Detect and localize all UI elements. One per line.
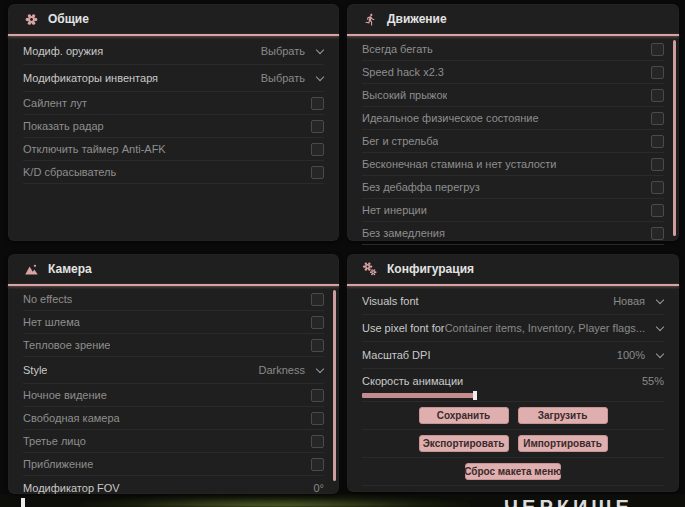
save-button[interactable]: Сохранить	[419, 407, 509, 424]
row-no-helmet: Нет шлема	[23, 311, 324, 334]
row-speed-hack: Speed hack x2.3	[362, 61, 664, 84]
dpi-scale-dropdown[interactable]: 100%	[617, 349, 664, 361]
export-button[interactable]: Экспортировать	[419, 435, 509, 452]
row-kd-resetter: K/D сбрасыватель	[23, 161, 324, 184]
row-label: Тепловое зрение	[23, 339, 110, 351]
mountains-icon	[23, 261, 39, 277]
chevron-down-icon	[316, 366, 324, 374]
animation-speed-value: 55%	[642, 375, 664, 387]
row-animation-speed: Скорость анимации 55%	[362, 369, 664, 402]
gears-icon	[362, 261, 378, 277]
flower-gear-icon	[23, 11, 39, 27]
row-thermal-vision: Тепловое зрение	[23, 334, 324, 357]
runner-icon	[362, 11, 378, 27]
row-label: Без дебаффа перегруз	[362, 181, 480, 193]
row-label: Visuals font	[362, 295, 419, 307]
style-dropdown[interactable]: Darkness	[259, 364, 324, 376]
use-pixel-font-for-dropdown[interactable]: Container items, Inventory, Player flags…	[445, 322, 664, 334]
row-high-jump: Высокий прыжок	[362, 84, 664, 107]
row-label: Нет шлема	[23, 316, 80, 328]
no-effects-checkbox[interactable]	[311, 293, 324, 306]
panel-title: Общие	[48, 12, 89, 26]
animation-speed-slider-thumb[interactable]	[473, 391, 477, 400]
silent-loot-checkbox[interactable]	[311, 97, 324, 110]
row-label: Модификатор FOV	[23, 482, 120, 494]
row-label: Нет инерции	[362, 204, 427, 216]
movement-scrollbar[interactable]	[673, 40, 676, 236]
game-overlay-screen: ЧЕРКИШЕ Общие Модиф. оружия Выбрать Моди…	[0, 0, 685, 507]
button-row: Экспортировать Импортировать	[362, 430, 664, 458]
speed-hack-checkbox[interactable]	[651, 66, 664, 79]
disable-anti-afk-timer-checkbox[interactable]	[311, 143, 324, 156]
row-inventory-mods: Модификаторы инвентаря Выбрать	[23, 65, 324, 92]
third-person-checkbox[interactable]	[311, 435, 324, 448]
import-button[interactable]: Импортировать	[518, 435, 608, 452]
row-style: Style Darkness	[23, 357, 324, 384]
row-label: Третье лицо	[23, 435, 86, 447]
row-label: Показать радар	[23, 120, 104, 132]
row-run-and-shoot: Бег и стрельба	[362, 130, 664, 153]
animation-speed-slider-fill	[362, 393, 475, 398]
row-perfect-physical-condition: Идеальное физическое состояние	[362, 107, 664, 130]
chevron-down-icon	[656, 351, 664, 359]
row-label: Ночное видение	[23, 389, 107, 401]
row-silent-loot: Сайлент лут	[23, 92, 324, 115]
reset-menu-layout-button[interactable]: Сброс макета меню	[465, 463, 561, 480]
infinite-stamina-checkbox[interactable]	[651, 158, 664, 171]
thermal-vision-checkbox[interactable]	[311, 339, 324, 352]
dropdown-value: Выбрать	[261, 72, 305, 84]
row-weapon-mod: Модиф. оружия Выбрать	[23, 38, 324, 65]
row-label: Отключить таймер Anti-AFK	[23, 143, 166, 155]
general-panel-header: Общие	[8, 4, 339, 34]
chevron-down-icon	[656, 324, 664, 332]
chevron-down-icon	[656, 297, 664, 305]
no-helmet-checkbox[interactable]	[311, 316, 324, 329]
row-label: Свободная камера	[23, 412, 120, 424]
dropdown-value: Новая	[613, 295, 645, 307]
perfect-physical-condition-checkbox[interactable]	[651, 112, 664, 125]
fov-slider-thumb[interactable]	[21, 498, 25, 507]
visuals-font-dropdown[interactable]: Новая	[613, 295, 664, 307]
fov-slider[interactable]	[23, 500, 228, 505]
dropdown-value: Выбрать	[261, 45, 305, 57]
night-vision-checkbox[interactable]	[311, 389, 324, 402]
free-camera-checkbox[interactable]	[311, 412, 324, 425]
row-label: Приближение	[23, 458, 93, 470]
row-label: Style	[23, 364, 47, 376]
movement-panel-header: Движение	[347, 4, 679, 34]
row-infinite-stamina: Бесконечная стамина и нет усталости	[362, 153, 664, 176]
row-label: Высокий прыжок	[362, 89, 447, 101]
show-radar-checkbox[interactable]	[311, 120, 324, 133]
high-jump-checkbox[interactable]	[651, 89, 664, 102]
row-label: Скорость анимации	[362, 375, 463, 387]
row-always-run: Всегда бегать	[362, 38, 664, 61]
no-slowdown-checkbox[interactable]	[651, 227, 664, 240]
camera-scrollbar[interactable]	[333, 290, 336, 481]
zoom-checkbox[interactable]	[311, 458, 324, 471]
row-visuals-font: Visuals font Новая	[362, 288, 664, 315]
no-overload-debuff-checkbox[interactable]	[651, 181, 664, 194]
fov-value: 0°	[313, 482, 324, 494]
weapon-mod-dropdown[interactable]: Выбрать	[261, 45, 324, 57]
row-show-radar: Показать радар	[23, 115, 324, 138]
animation-speed-slider[interactable]	[362, 393, 567, 398]
load-button[interactable]: Загрузить	[518, 407, 608, 424]
row-label: Use pixel font for	[362, 322, 445, 334]
dropdown-value: Darkness	[259, 364, 305, 376]
row-label: Модиф. оружия	[23, 45, 103, 57]
always-run-checkbox[interactable]	[651, 43, 664, 56]
row-no-inertia: Нет инерции	[362, 199, 664, 222]
run-and-shoot-checkbox[interactable]	[651, 135, 664, 148]
button-row: Сохранить Загрузить	[362, 402, 664, 430]
row-label: Модификаторы инвентаря	[23, 72, 158, 84]
row-label: Без замедления	[362, 227, 445, 239]
row-label: Бег и стрельба	[362, 135, 438, 147]
row-label: Идеальное физическое состояние	[362, 112, 539, 124]
chevron-down-icon	[316, 47, 324, 55]
inventory-mods-dropdown[interactable]: Выбрать	[261, 72, 324, 84]
row-disable-anti-afk-timer: Отключить таймер Anti-AFK	[23, 138, 324, 161]
row-label: Масштаб DPI	[362, 349, 430, 361]
kd-resetter-checkbox[interactable]	[311, 166, 324, 179]
no-inertia-checkbox[interactable]	[651, 204, 664, 217]
config-panel-header: Конфигурация	[347, 254, 679, 284]
